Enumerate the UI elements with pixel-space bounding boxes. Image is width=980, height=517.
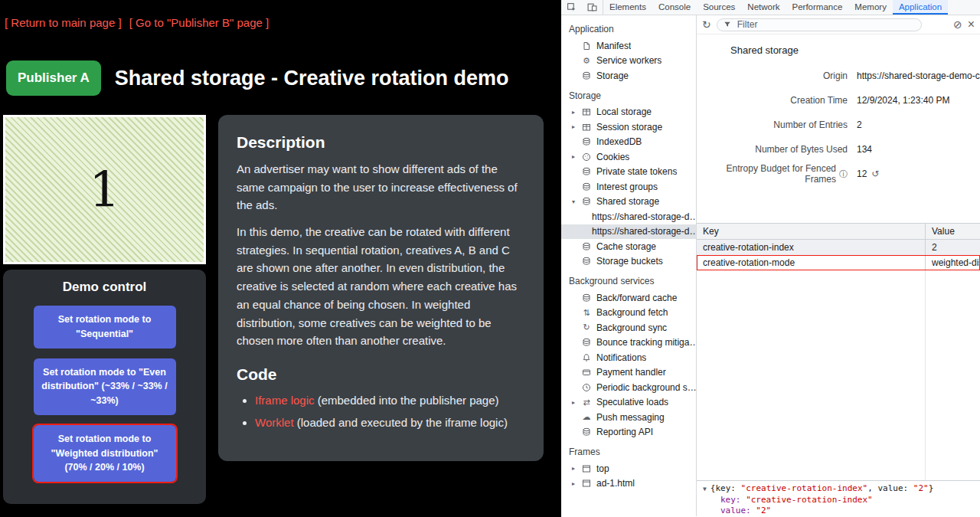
sidebar-item-storage-buckets[interactable]: Storage buckets xyxy=(561,254,696,270)
device-toolbar-icon[interactable] xyxy=(582,0,603,15)
screen: [ Return to main page ] [ Go to "Publish… xyxy=(0,0,980,517)
chevron-right-icon[interactable]: ▸ xyxy=(572,153,581,160)
cloud-icon: ☁ xyxy=(581,412,592,422)
sidebar-item-interest-groups[interactable]: Interest groups xyxy=(561,179,696,195)
sidebar-item-label: https://shared-storage-d… xyxy=(592,211,696,222)
database-icon xyxy=(581,257,592,267)
reset-budget-icon[interactable]: ↺ xyxy=(871,169,879,179)
sidebar-item-label: Back/forward cache xyxy=(596,293,677,303)
refresh-icon[interactable]: ↻ xyxy=(702,18,711,31)
weighted-distribution-mode-button[interactable]: Set rotation mode to "Weighted distribut… xyxy=(34,425,176,482)
sidebar-item-label: Cache storage xyxy=(596,241,656,252)
database-icon xyxy=(581,70,592,80)
sidebar-item-bounce-tracking-mitigations[interactable]: Bounce tracking mitiga… xyxy=(561,335,696,351)
tab-sources[interactable]: Sources xyxy=(697,0,741,15)
sidebar-item-frame-top[interactable]: ▸top xyxy=(561,461,696,476)
chevron-right-icon[interactable]: ▸ xyxy=(572,399,581,406)
application-sidebar: Application Manifest ⚙Service workers St… xyxy=(561,15,697,516)
sidebar-item-label: Background fetch xyxy=(596,307,668,318)
sidebar-item-service-workers[interactable]: ⚙Service workers xyxy=(561,54,696,69)
sidebar-item-background-fetch[interactable]: ⇅Background fetch xyxy=(561,306,696,321)
close-icon[interactable]: × xyxy=(968,18,975,31)
creative-number: 1 xyxy=(89,162,120,218)
meta-label: Origin xyxy=(697,70,848,81)
sidebar-item-periodic-background-sync[interactable]: Periodic background s… xyxy=(561,380,696,395)
filter-input[interactable] xyxy=(736,18,915,31)
sidebar-item-cookies[interactable]: ▸Cookies xyxy=(561,149,696,165)
sidebar-item-session-storage[interactable]: ▸Session storage xyxy=(561,119,696,135)
sidebar-item-payment-handler[interactable]: Payment handler xyxy=(561,365,696,381)
tab-elements[interactable]: Elements xyxy=(603,0,652,15)
column-header-key[interactable]: Key xyxy=(697,224,926,239)
sidebar-item-label: Push messaging xyxy=(596,412,665,423)
sidebar-item-label: Notifications xyxy=(596,352,646,363)
tab-performance[interactable]: Performance xyxy=(786,0,849,15)
sidebar-item-label: Session storage xyxy=(596,122,662,133)
clear-icon[interactable]: ⊘ xyxy=(953,18,962,31)
sidebar-item-label: Private state tokens xyxy=(596,166,677,177)
description-paragraph-1: An advertiser may want to show different… xyxy=(237,160,525,214)
even-distribution-mode-button[interactable]: Set rotation mode to "Even distribution"… xyxy=(34,358,176,415)
ad-creative-frame: 1 xyxy=(3,115,206,264)
table-row[interactable]: creative-rotation-index 2 xyxy=(697,240,980,255)
worklet-link[interactable]: Worklet xyxy=(255,416,294,429)
sidebar-item-cache-storage[interactable]: Cache storage xyxy=(561,239,696,254)
sidebar-item-manifest[interactable]: Manifest xyxy=(561,38,696,54)
database-icon xyxy=(581,137,592,147)
column-header-value[interactable]: Value xyxy=(926,224,980,239)
sidebar-item-frame-ad-1[interactable]: ▸ad-1.html xyxy=(561,476,696,492)
table-row[interactable]: creative-rotation-mode weighted-distribu… xyxy=(697,255,980,270)
frame-icon xyxy=(581,479,592,489)
frame-icon xyxy=(581,463,592,473)
sidebar-item-indexeddb[interactable]: IndexedDB xyxy=(561,135,696,150)
cell-key: creative-rotation-index xyxy=(697,240,926,255)
meta-label: Creation Time xyxy=(697,95,848,106)
tab-application[interactable]: Application xyxy=(893,0,948,15)
meta-label: Entropy Budget for Fenced Framesⓘ xyxy=(697,163,848,185)
chevron-down-icon[interactable]: ▼ xyxy=(703,486,707,492)
sidebar-item-reporting-api[interactable]: Reporting API xyxy=(561,425,696,440)
chevron-right-icon[interactable]: ▸ xyxy=(572,109,581,116)
sidebar-item-shared-storage[interactable]: ▾Shared storage xyxy=(561,195,696,210)
filter-box[interactable] xyxy=(717,18,922,31)
preview-summary: ▼{key: "creative-rotation-index", value:… xyxy=(703,483,975,495)
sidebar-item-label: top xyxy=(596,463,609,474)
iframe-logic-link[interactable]: Iframe logic xyxy=(255,394,315,407)
sidebar-item-label: Storage buckets xyxy=(596,256,663,267)
tab-network[interactable]: Network xyxy=(741,0,786,15)
table-header: Key Value xyxy=(697,224,980,240)
table-icon xyxy=(581,107,592,117)
sequential-mode-button[interactable]: Set rotation mode to "Sequential" xyxy=(34,306,176,348)
document-icon xyxy=(581,41,592,51)
tab-memory[interactable]: Memory xyxy=(848,0,893,15)
origin-value: https://shared-storage-demo-co xyxy=(848,70,980,81)
sidebar-item-label: Manifest xyxy=(596,41,631,51)
sidebar-item-local-storage[interactable]: ▸Local storage xyxy=(561,105,696,120)
tab-console[interactable]: Console xyxy=(652,0,697,15)
sidebar-item-notifications[interactable]: Notifications xyxy=(561,350,696,365)
database-icon xyxy=(581,427,592,437)
sidebar-item-shared-storage-origin-1[interactable]: https://shared-storage-d… xyxy=(561,209,696,224)
section-header-frames: Frames xyxy=(561,440,696,461)
sidebar-item-label: Background sync xyxy=(596,322,667,333)
sidebar-item-background-sync[interactable]: ↻Background sync xyxy=(561,320,696,335)
publisher-b-page-link[interactable]: [ Go to "Publisher B" page ] xyxy=(129,16,269,29)
cell-key: creative-rotation-mode xyxy=(697,255,926,270)
chevron-right-icon[interactable]: ▸ xyxy=(572,480,581,487)
return-main-page-link[interactable]: [ Return to main page ] xyxy=(5,16,122,29)
sidebar-item-speculative-loads[interactable]: ▸⇄Speculative loads xyxy=(561,395,696,411)
preview-prop-key: key: "creative-rotation-index" xyxy=(703,495,975,506)
info-icon[interactable]: ⓘ xyxy=(839,169,848,180)
chevron-down-icon[interactable]: ▾ xyxy=(572,198,581,205)
sidebar-item-private-state-tokens[interactable]: Private state tokens xyxy=(561,165,696,180)
gear-icon: ⚙ xyxy=(581,56,592,66)
sidebar-item-push-messaging[interactable]: ☁Push messaging xyxy=(561,410,696,425)
inspect-element-icon[interactable] xyxy=(561,0,582,15)
sidebar-item-storage[interactable]: Storage xyxy=(561,68,696,83)
sidebar-item-shared-storage-origin-2[interactable]: https://shared-storage-d… xyxy=(561,224,696,240)
sidebar-item-label: Payment handler xyxy=(596,367,666,378)
chevron-right-icon[interactable]: ▸ xyxy=(572,465,581,472)
sidebar-item-back-forward-cache[interactable]: Back/forward cache xyxy=(561,290,696,306)
sidebar-item-label: Service workers xyxy=(596,55,662,66)
chevron-right-icon[interactable]: ▸ xyxy=(572,123,581,130)
